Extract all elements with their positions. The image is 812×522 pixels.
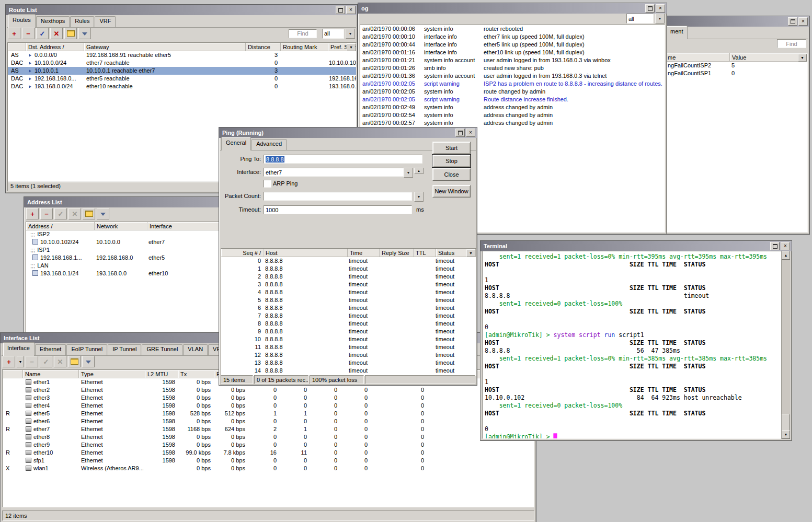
route-row[interactable]: DAC 192.168.168.0... ether5 reachable 0 … <box>8 75 356 83</box>
dropdown-arrow-icon[interactable]: ▼ <box>655 14 665 24</box>
ping-result-row[interactable]: 7 8.8.8.8 timeout timeout <box>221 312 476 320</box>
scrollbar-thumb[interactable] <box>782 414 790 431</box>
col-name[interactable]: me <box>666 53 730 62</box>
col-name[interactable]: Name <box>23 370 79 378</box>
interface-row[interactable]: sfp1 Ethernet 1598 0 bps 0 bps 0 0 0 0 0 <box>3 457 534 465</box>
ping-result-row[interactable]: 5 8.8.8.8 timeout timeout <box>221 296 476 304</box>
add-button[interactable]: + <box>3 356 15 367</box>
ping-result-row[interactable]: 14 8.8.8.8 timeout timeout <box>221 367 476 375</box>
enable-button[interactable]: ✓ <box>54 208 67 219</box>
log-row[interactable]: an/02/1970 00:00:10 interface info ether… <box>360 33 665 41</box>
remove-button[interactable]: − <box>26 356 38 367</box>
route-row[interactable]: DAC 193.168.0.0/24 ether10 reachable 0 1… <box>8 83 356 90</box>
comment-button[interactable] <box>64 28 77 39</box>
ping-result-row[interactable]: 6 8.8.8.8 timeout timeout <box>221 304 476 312</box>
maximize-button[interactable] <box>770 242 780 250</box>
disable-button[interactable]: ✕ <box>54 356 66 367</box>
timeout-input[interactable] <box>264 205 412 214</box>
col-network[interactable]: Network <box>95 222 147 230</box>
filter-button[interactable] <box>97 208 109 219</box>
close-button[interactable]: × <box>346 6 356 14</box>
interface-list-tab[interactable]: GRE Tunnel <box>142 344 182 355</box>
col-routing-mark[interactable]: Routing Mark <box>281 43 328 51</box>
route-filter-select[interactable]: all <box>322 29 344 39</box>
interface-list-tab[interactable]: Ethernet <box>35 344 66 355</box>
disable-button[interactable]: ✕ <box>68 208 81 219</box>
col-l2mtu[interactable]: L2 MTU <box>145 370 178 378</box>
col-tx[interactable]: Tx <box>178 370 214 378</box>
new-window-button[interactable]: New Window <box>432 185 471 198</box>
column-filter-button[interactable]: ▼ <box>798 54 807 62</box>
log-row[interactable]: an/02/1970 00:02:54 system info address … <box>360 111 665 119</box>
log-row[interactable]: an/02/1970 00:01:36 system info account … <box>360 72 665 80</box>
ping-tab[interactable]: Advanced <box>251 139 287 150</box>
col-type[interactable]: Type <box>79 370 145 378</box>
log-row[interactable]: an/02/1970 00:02:49 system info address … <box>360 103 665 111</box>
ping-result-row[interactable]: 3 8.8.8.8 timeout timeout <box>221 281 476 288</box>
start-button[interactable]: Start <box>432 142 471 154</box>
tab-environment[interactable]: ment <box>666 26 688 39</box>
comment-button[interactable] <box>68 356 81 367</box>
col-address[interactable]: Address / <box>26 222 95 230</box>
route-row[interactable]: DAC 10.10.0.0/24 ether7 reachable 0 10.1… <box>8 59 356 67</box>
dropdown-arrow-icon[interactable]: ▼ <box>414 192 424 202</box>
dropdown-arrow-icon[interactable]: ▼ <box>346 29 355 39</box>
enable-button[interactable]: ✓ <box>40 356 52 367</box>
filter-button[interactable] <box>78 28 91 39</box>
interface-select[interactable]: ether7 <box>264 168 404 177</box>
ping-result-row[interactable]: 13 8.8.8.8 timeout timeout <box>221 359 476 367</box>
packet-count-input[interactable] <box>264 192 412 201</box>
log-row[interactable]: an/02/1970 00:00:44 interface info ether… <box>360 41 665 49</box>
ping-result-row[interactable]: 1 8.8.8.8 timeout timeout <box>221 265 476 273</box>
log-row[interactable]: an/02/1970 00:02:57 system info address … <box>360 119 665 127</box>
route-row[interactable]: AS 0.0.0.0/0 192.168.168.91 reachable et… <box>8 51 356 59</box>
interface-row[interactable]: ether3 Ethernet 1598 0 bps 0 bps 0 0 0 0… <box>3 394 534 402</box>
log-row[interactable]: an/02/1970 00:02:05 script warning ISP2 … <box>360 80 665 88</box>
col-flags[interactable] <box>3 370 23 378</box>
maximize-button[interactable] <box>455 129 465 137</box>
ping-result-row[interactable]: 12 8.8.8.8 timeout timeout <box>221 351 476 359</box>
close-button[interactable]: × <box>798 17 808 26</box>
env-variable-row[interactable]: ngFailCountISP2 5 <box>666 62 807 69</box>
col-flags[interactable] <box>8 43 26 51</box>
ping-titlebar[interactable]: Ping (Running) × <box>219 127 477 138</box>
interface-row[interactable]: ether8 Ethernet 1598 0 bps 0 bps 0 0 0 0… <box>3 433 534 441</box>
remove-button[interactable]: − <box>40 208 53 219</box>
col-interface[interactable]: Interface <box>147 222 230 230</box>
log-row[interactable]: an/02/1970 00:02:05 system info route ch… <box>360 88 665 96</box>
log-row[interactable]: an/02/1970 00:01:26 smb info created new… <box>360 64 665 72</box>
col-reply-size[interactable]: Reply Size <box>380 249 414 257</box>
interface-row[interactable]: X wlan1 Wireless (Atheros AR9... 0 bps 0… <box>3 465 534 472</box>
ping-to-input[interactable]: 8.8.8.8 <box>264 155 422 164</box>
ping-result-row[interactable]: 9 8.8.8.8 timeout timeout <box>221 328 476 335</box>
ping-result-row[interactable]: 2 8.8.8.8 timeout timeout <box>221 273 476 281</box>
add-button[interactable]: + <box>8 28 20 39</box>
col-dst-address[interactable]: Dst. Address / <box>26 43 84 51</box>
interface-list-tab[interactable]: EoIP Tunnel <box>66 344 107 355</box>
add-button[interactable]: + <box>26 208 39 219</box>
scroll-up-icon[interactable]: ▲ <box>782 251 790 260</box>
col-seq[interactable]: Seq # / <box>221 249 264 257</box>
collapse-arrow-icon[interactable]: ▲ <box>414 168 424 174</box>
interface-row[interactable]: R ether7 Ethernet 1598 1168 bps 624 bps … <box>3 425 534 433</box>
close-button[interactable]: × <box>781 242 790 250</box>
ping-tab[interactable]: General <box>221 137 251 150</box>
col-time[interactable]: Time <box>348 249 380 257</box>
maximize-button[interactable] <box>788 17 797 26</box>
interface-list-tab[interactable]: IP Tunnel <box>108 344 141 355</box>
route-list-tab[interactable]: Rules <box>70 16 94 27</box>
col-host[interactable]: Host <box>264 249 348 257</box>
ping-result-row[interactable]: 4 8.8.8.8 timeout timeout <box>221 288 476 296</box>
close-button[interactable]: × <box>466 129 475 137</box>
col-distance[interactable]: Distance <box>246 43 281 51</box>
interface-row[interactable]: R ether5 Ethernet 1598 528 bps 512 bps 1… <box>3 410 534 417</box>
maximize-button[interactable] <box>336 6 345 14</box>
add-dropdown-arrow-icon[interactable]: ▼ <box>17 356 24 367</box>
terminal-scrollbar[interactable]: ▲ ▼ <box>781 251 790 439</box>
interface-row[interactable]: ether4 Ethernet 1598 0 bps 0 bps 0 0 0 0… <box>3 402 534 410</box>
col-gateway[interactable]: Gateway <box>84 43 246 51</box>
route-list-tab[interactable]: VRF <box>95 16 116 27</box>
maximize-button[interactable] <box>645 4 655 13</box>
comment-button[interactable] <box>83 208 95 219</box>
terminal-titlebar[interactable]: Terminal × <box>481 241 792 251</box>
